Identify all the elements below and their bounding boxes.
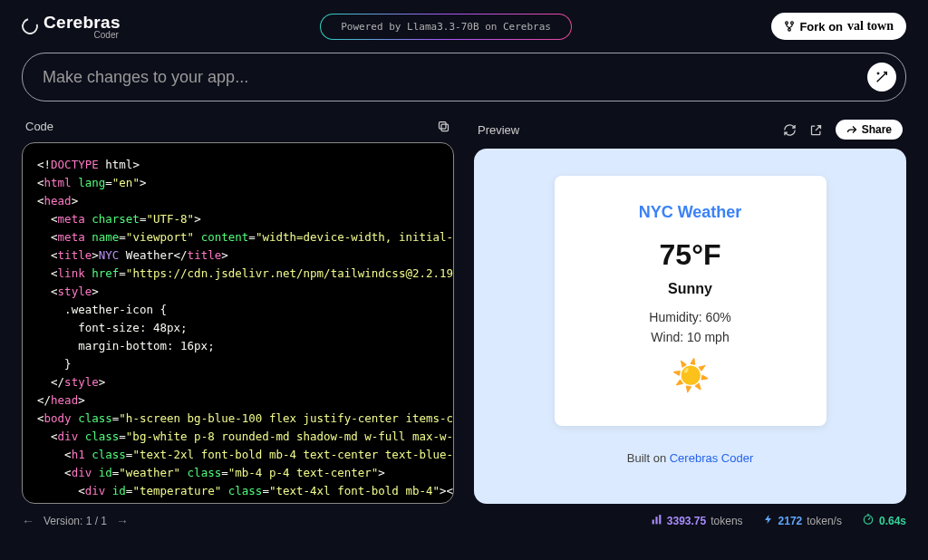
footer-bar: ← Version: 1 / 1 → 3393.75 tokens 2172 t… <box>0 504 928 528</box>
version-nav: ← Version: 1 / 1 → <box>22 514 129 528</box>
svg-point-2 <box>788 28 791 31</box>
bar-chart-icon <box>651 514 662 528</box>
tokens-unit: tokens <box>710 515 742 527</box>
app-header: Cerebras Coder Powered by Llama3.3-70B o… <box>0 0 928 49</box>
stat-rate: 2172 token/s <box>763 514 842 527</box>
svg-point-8 <box>864 516 872 524</box>
code-panel: Code <!DOCTYPE html> <html lang="en"> <h… <box>22 114 454 504</box>
svg-rect-7 <box>659 515 661 524</box>
weather-condition: Sunny <box>591 281 790 297</box>
version-label: Version: 1 / 1 <box>44 515 107 527</box>
weather-humidity: Humidity: 60% <box>591 310 790 324</box>
weather-temperature: 75°F <box>591 238 790 272</box>
prompt-section <box>0 49 928 114</box>
svg-rect-3 <box>441 124 449 131</box>
fork-icon <box>784 21 795 32</box>
stat-time: 0.64s <box>862 513 906 528</box>
fork-label: Fork on <box>799 20 843 34</box>
version-prev-button[interactable]: ← <box>22 514 34 528</box>
built-on-prefix: Built on <box>627 451 670 465</box>
prompt-bar <box>22 53 906 101</box>
cerebras-logo-icon <box>19 15 42 38</box>
svg-point-0 <box>786 22 788 24</box>
built-on-link[interactable]: Cerebras Coder <box>670 451 754 465</box>
code-panel-header: Code <box>22 114 454 142</box>
built-on-line: Built on Cerebras Coder <box>627 451 753 465</box>
preview-panel-header: Preview Share <box>474 114 906 149</box>
preview-panel-title: Preview <box>478 123 519 137</box>
preview-panel: Preview Share NYC Weather 75°F Sunny Hum <box>474 114 906 504</box>
weather-card: NYC Weather 75°F Sunny Humidity: 60% Win… <box>555 176 826 426</box>
svg-rect-4 <box>440 122 447 130</box>
rate-value: 2172 <box>778 515 803 527</box>
magic-wand-icon <box>875 70 889 84</box>
panels-row: Code <!DOCTYPE html> <html lang="en"> <h… <box>0 114 928 504</box>
copy-code-button[interactable] <box>437 120 450 133</box>
rate-unit: token/s <box>807 515 842 527</box>
version-next-button[interactable]: → <box>116 514 129 528</box>
brand-block: Cerebras Coder <box>22 13 121 40</box>
copy-icon <box>437 120 450 133</box>
prompt-input[interactable] <box>43 68 867 87</box>
code-editor[interactable]: <!DOCTYPE html> <html lang="en"> <head> … <box>22 142 454 504</box>
sun-icon: ☀️ <box>591 357 790 393</box>
brand-text-wrap: Cerebras Coder <box>44 13 121 40</box>
svg-rect-5 <box>652 519 653 524</box>
fork-button[interactable]: Fork on val town <box>771 13 906 40</box>
lightning-icon <box>763 514 774 527</box>
svg-point-1 <box>791 22 794 24</box>
generate-button[interactable] <box>867 63 896 92</box>
stat-tokens: 3393.75 tokens <box>651 514 743 528</box>
refresh-icon <box>783 123 797 137</box>
weather-title: NYC Weather <box>591 203 790 222</box>
code-panel-title: Code <box>25 120 53 133</box>
stats-block: 3393.75 tokens 2172 token/s 0.64s <box>651 513 906 528</box>
tokens-value: 3393.75 <box>667 515 706 527</box>
share-label: Share <box>862 123 892 136</box>
weather-wind: Wind: 10 mph <box>591 330 790 344</box>
external-link-icon <box>809 123 823 137</box>
open-external-button[interactable] <box>809 123 823 137</box>
valtown-label: val town <box>847 19 894 34</box>
powered-by-pill: Powered by Llama3.3-70B on Cerebras <box>320 14 572 40</box>
gauge-icon <box>862 513 875 528</box>
share-button[interactable]: Share <box>836 120 903 140</box>
brand-name: Cerebras <box>44 13 121 32</box>
preview-viewport: NYC Weather 75°F Sunny Humidity: 60% Win… <box>474 149 906 504</box>
share-arrow-icon <box>846 124 857 135</box>
refresh-preview-button[interactable] <box>783 123 797 137</box>
svg-rect-6 <box>655 517 657 524</box>
time-value: 0.64s <box>879 515 906 527</box>
